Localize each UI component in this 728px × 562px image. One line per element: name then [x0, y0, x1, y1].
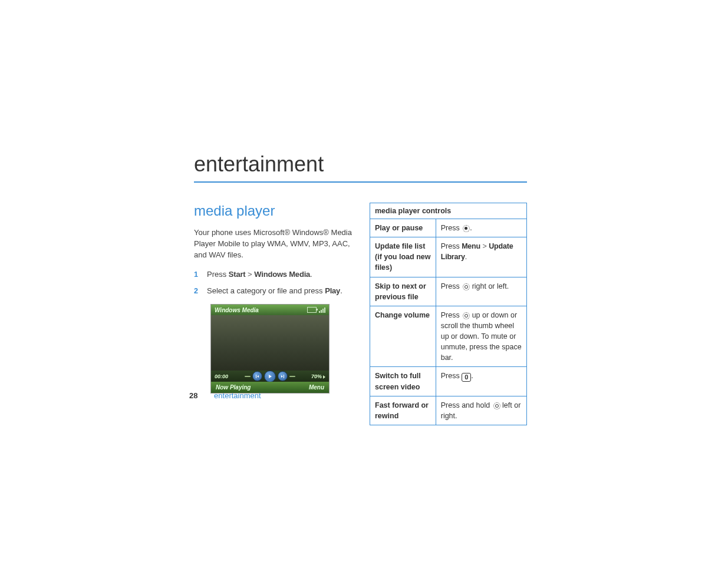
chapter-rule: [194, 181, 527, 183]
table-row: Change volume Press up or down or scroll…: [370, 306, 527, 367]
softkey-right: Menu: [309, 384, 324, 391]
softkey-left: Now Playing: [216, 384, 251, 391]
step-1-sep: >: [245, 270, 254, 279]
nav-key-icon: [462, 311, 470, 319]
table-row: Switch to full screen video Press 0.: [370, 367, 527, 396]
table-row: Play or pause Press .: [370, 219, 527, 237]
control-name: Skip to next or previous file: [370, 277, 436, 306]
control-action: Press Menu > Update Library.: [436, 237, 526, 277]
nav-key-icon: [492, 401, 500, 409]
control-name: Fast forward or rewind: [370, 396, 436, 425]
r2-sep: >: [480, 242, 489, 250]
control-name: Change volume: [370, 306, 436, 367]
phone-video-area: [211, 315, 329, 371]
controls-table-header: media player controls: [370, 203, 527, 219]
control-action: Press 0.: [436, 367, 526, 396]
phone-status-icons: [307, 307, 325, 313]
running-title: entertainment: [214, 391, 261, 400]
phone-rail-right: [289, 376, 295, 377]
control-action: Press up or down or scroll the thumb whe…: [436, 306, 526, 367]
step-2-menu-play: Play: [325, 286, 340, 295]
step-1: Press Start > Windows Media.: [194, 269, 352, 280]
center-select-key-icon: [462, 224, 470, 232]
step-2-suffix: .: [340, 286, 342, 295]
nav-key-icon: [462, 282, 470, 290]
phone-titlebar: Windows Media: [211, 305, 329, 316]
phone-volume-value: 70%: [311, 373, 322, 379]
intro-paragraph: Your phone uses Microsoft® Windows® Medi…: [194, 227, 352, 261]
r3-suffix: right or left.: [470, 282, 509, 290]
phone-time: 00:00: [215, 373, 228, 379]
control-action: Press .: [436, 219, 526, 237]
page-number: 28: [189, 391, 197, 400]
step-1-suffix: .: [310, 270, 312, 279]
step-1-prefix: Press: [207, 270, 229, 279]
r2-suffix: .: [465, 253, 467, 261]
battery-icon: [307, 307, 317, 313]
phone-rail-left: [245, 376, 251, 377]
step-2: Select a category or file and press Play…: [194, 286, 352, 297]
step-1-menu-wm: Windows Media: [254, 270, 310, 279]
step-2-prefix: Select a category or file and press: [207, 286, 325, 295]
chapter-title: entertainment: [194, 152, 527, 177]
phone-transport-bar: 00:00 70%: [211, 371, 329, 382]
left-column: media player Your phone uses Microsoft® …: [194, 203, 352, 394]
r1-prefix: Press: [441, 224, 462, 232]
phone-screenshot: Windows Media 00:00: [210, 304, 330, 394]
r5-prefix: Press: [441, 372, 462, 380]
page-footer: 28 entertainment: [189, 391, 261, 400]
phone-transport-controls: [245, 371, 295, 382]
steps-list: Press Start > Windows Media. Select a ca…: [194, 269, 352, 297]
r3-prefix: Press: [441, 282, 462, 290]
control-action: Press right or left.: [436, 277, 526, 306]
zero-key-icon: 0: [462, 373, 471, 382]
r2-prefix: Press: [441, 242, 462, 250]
table-row: Fast forward or rewind Press and hold le…: [370, 396, 527, 425]
r2-menu-a: Menu: [462, 242, 480, 250]
r4-prefix: Press: [441, 311, 462, 319]
section-title: media player: [194, 203, 352, 219]
control-name: Play or pause: [370, 219, 436, 237]
volume-triangle-icon: [323, 375, 325, 379]
control-name: Switch to full screen video: [370, 367, 436, 396]
signal-icon: [319, 308, 325, 313]
prev-button-icon: [252, 371, 262, 381]
phone-app-title: Windows Media: [215, 307, 259, 313]
controls-table: media player controls Play or pause Pres…: [370, 203, 527, 425]
play-button-icon: [264, 371, 276, 382]
phone-volume: 70%: [311, 373, 325, 379]
control-name: Update file list (if you load new files): [370, 237, 436, 277]
step-1-menu-start: Start: [229, 270, 246, 279]
control-action: Press and hold left or right.: [436, 396, 526, 425]
right-column: media player controls Play or pause Pres…: [370, 203, 527, 425]
r6-prefix: Press and hold: [441, 401, 492, 409]
table-row: Update file list (if you load new files)…: [370, 237, 527, 277]
table-row: Skip to next or previous file Press righ…: [370, 277, 527, 306]
r1-suffix: .: [470, 224, 472, 232]
r5-suffix: .: [471, 372, 473, 380]
next-button-icon: [278, 371, 288, 381]
